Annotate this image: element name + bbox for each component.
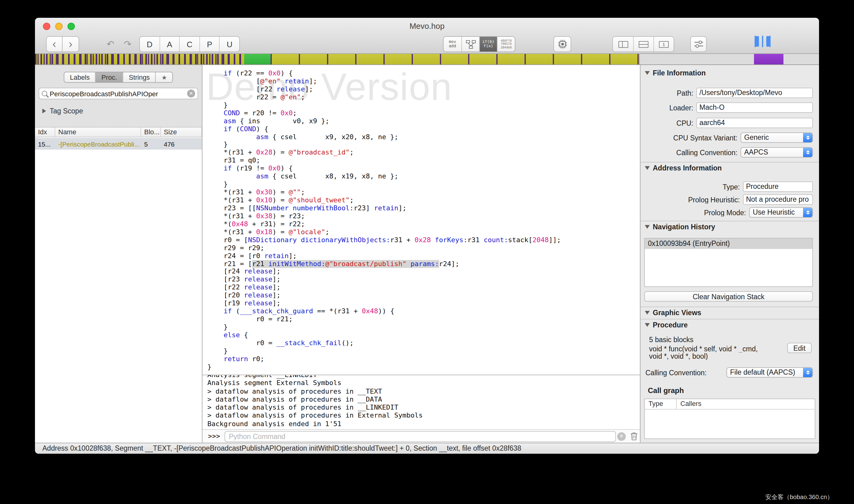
code-line[interactable]: } [207, 102, 640, 110]
procedure-calling-convention-popup[interactable]: File default (AAPCS) [726, 367, 813, 378]
code-line[interactable]: if (r19 != 0x0) { [207, 165, 640, 173]
forward-button[interactable]: › [63, 36, 79, 52]
hex-mode-button[interactable]: 486F70 70657A 2B4A69 [497, 37, 515, 52]
code-line[interactable]: r23 = [[NSNumber numberWithBool:r23] ret… [207, 205, 640, 213]
trash-icon[interactable] [630, 432, 638, 441]
code-line[interactable]: r0 = r21; [207, 316, 640, 324]
list-item[interactable]: 0x100093b94 (EntryPoint) [645, 238, 812, 249]
code-line[interactable]: r22 = @"en"; [207, 94, 640, 102]
code-line[interactable]: asm { csel x9, x20, x8, ne }; [207, 133, 640, 141]
calling-convention-popup[interactable]: AAPCS [740, 147, 813, 158]
code-line[interactable]: *(r31 + 0x28) = @"broadcast_id"; [207, 149, 640, 157]
code-line[interactable]: [r20 release]; [207, 292, 640, 300]
column-header-blocks[interactable]: Blo... [141, 128, 161, 137]
undo-button[interactable]: ↶ [104, 39, 117, 50]
tag-scope-disclosure[interactable]: Tag Scope [42, 107, 83, 115]
symbol-search-field[interactable]: ✕ [39, 88, 198, 99]
code-line[interactable]: [@"en" retain]; [207, 78, 640, 86]
procedure-header[interactable]: Procedure [641, 320, 819, 330]
segment-undefined[interactable]: U [219, 37, 239, 52]
code-line[interactable]: } [207, 348, 640, 356]
segment-minimap[interactable]: ↓ [35, 54, 819, 65]
minimap-yellow-segment[interactable] [271, 54, 640, 65]
toggle-right-panel-button[interactable] [769, 36, 770, 47]
split-vertical-button[interactable] [613, 37, 633, 52]
code-line[interactable]: [r24 release]; [207, 268, 640, 276]
code-line[interactable]: } [207, 324, 640, 332]
cpu-syntax-popup[interactable]: Generic [740, 132, 813, 143]
address-information-header[interactable]: Address Information [641, 162, 819, 174]
toggle-bottom-panel-button[interactable] [762, 36, 763, 47]
code-line[interactable]: r24 = [r0 retain]; [207, 252, 640, 260]
redo-button[interactable]: ↷ [121, 39, 134, 50]
code-line[interactable]: return r0; [207, 356, 640, 364]
clear-navigation-stack-button[interactable]: Clear Navigation Stack [644, 291, 813, 302]
minimap-purple-segment[interactable] [754, 54, 783, 65]
code-line[interactable]: r0 = [NSDictionary dictionaryWithObjects… [207, 236, 640, 244]
code-line[interactable]: r31 = q0; [207, 157, 640, 165]
tab-strings[interactable]: Strings [123, 72, 156, 82]
cfg-mode-button[interactable] [461, 37, 479, 52]
prolog-mode-popup[interactable]: Use Heuristic [749, 207, 813, 218]
column-header-name[interactable]: Name [55, 128, 141, 137]
code-line[interactable]: *(r31 + 0x10) = @"should_tweet"; [207, 197, 640, 205]
code-line[interactable]: } [207, 181, 640, 189]
code-line[interactable]: if (___stack_chk_guard == *(r31 + 0x48))… [207, 308, 640, 316]
code-line[interactable]: *(r31 + 0x30) = @""; [207, 189, 640, 197]
code-line[interactable]: *(0x48 + r31) = r22; [207, 221, 640, 229]
cpu-settings-button[interactable] [553, 36, 571, 52]
segment-code[interactable]: C [179, 37, 199, 52]
type-field[interactable]: Procedure [743, 181, 813, 192]
segment-procedure[interactable]: P [199, 37, 219, 52]
tab-procedures[interactable]: Proc. [95, 72, 123, 82]
code-line[interactable]: asm { csel x8, x19, x8, ne }; [207, 173, 640, 181]
code-line[interactable]: else { [207, 332, 640, 340]
clear-search-icon[interactable]: ✕ [187, 90, 195, 97]
minimap-gray-segment[interactable] [640, 54, 754, 65]
code-line[interactable]: [r22 release]; [207, 86, 640, 94]
segment-ascii[interactable]: A [159, 37, 179, 52]
tab-tagged[interactable]: ★ [155, 72, 172, 82]
navigation-history-list[interactable]: 0x100093b94 (EntryPoint) [644, 238, 813, 287]
minimap-gray-segment-2[interactable] [783, 54, 819, 65]
pseudocode-view[interactable]: Demo Version if (r22 == 0x0) { [@"en" re… [203, 65, 640, 375]
tab-labels[interactable]: Labels [65, 72, 95, 82]
loader-field[interactable]: Mach-O [696, 102, 813, 113]
code-line[interactable]: [r22 release]; [207, 284, 640, 292]
search-input[interactable] [50, 90, 185, 97]
single-view-button[interactable]: 1 [653, 37, 674, 52]
code-line[interactable]: [r23 release]; [207, 276, 640, 284]
code-line[interactable]: } [207, 363, 640, 371]
code-line[interactable]: if (r22 == 0x0) { [207, 70, 640, 78]
code-line[interactable]: r0 = __stack_chk_fail(); [207, 340, 640, 348]
code-line[interactable]: } [207, 141, 640, 149]
file-information-header[interactable]: File Information [641, 68, 819, 78]
pseudocode-mode-button[interactable]: if(b) f(x) [479, 37, 497, 52]
code-line[interactable]: r21 = [r21 initWitMethod:@"broadcast/pub… [207, 260, 640, 268]
call-graph-table[interactable]: Type Callers [644, 398, 815, 439]
code-line[interactable]: *(r31 + 0x38) = r23; [207, 213, 640, 221]
column-header-size[interactable]: Size [161, 128, 202, 137]
preferences-button[interactable] [690, 36, 707, 52]
python-command-input[interactable] [225, 431, 616, 442]
back-button[interactable]: ‹ [46, 36, 63, 52]
cpu-field[interactable]: aarch64 [696, 118, 813, 128]
code-line[interactable]: [r19 release]; [207, 300, 640, 308]
code-line[interactable]: COND = r20 != 0x0; [207, 109, 640, 118]
column-header-idx[interactable]: Idx [35, 128, 55, 137]
code-line[interactable]: *(r31 + 0x18) = @"locale"; [207, 229, 640, 237]
graphic-views-header[interactable]: Graphic Views [641, 307, 819, 318]
table-row[interactable]: 15... -[PeriscopeBroadcastPubli... 5 476 [35, 138, 202, 150]
column-header-callers[interactable]: Callers [677, 399, 701, 409]
navigation-history-header[interactable]: Navigation History [641, 221, 819, 232]
code-line[interactable]: r29 = r29; [207, 244, 640, 252]
minimap-green-segment[interactable] [244, 54, 271, 65]
code-line[interactable]: if (COND) { [207, 125, 640, 133]
toggle-left-panel-button[interactable] [755, 36, 756, 47]
segment-data[interactable]: D [140, 37, 159, 52]
prolog-heuristic-field[interactable]: Not a procedure pro [743, 194, 813, 205]
clear-console-icon[interactable]: ✕ [617, 432, 626, 441]
code-line[interactable]: asm { ins v0, x9 }; [207, 118, 640, 125]
minimap-striped-segment[interactable] [35, 54, 244, 65]
column-header-type[interactable]: Type [645, 399, 677, 409]
